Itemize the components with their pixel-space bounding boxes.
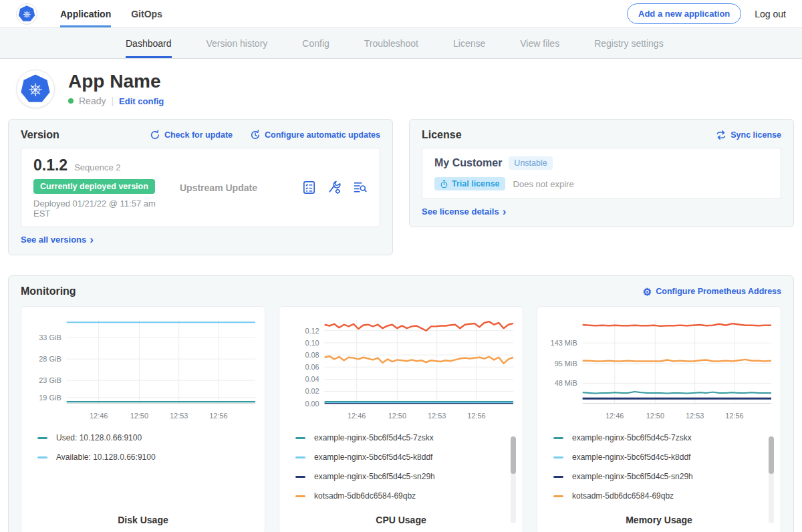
license-card: License Sync license My Customer Unstabl… <box>409 119 794 227</box>
monitoring-title: Monitoring <box>21 285 626 297</box>
legend-scrollbar-thumb[interactable] <box>769 436 774 474</box>
legend-swatch <box>295 437 305 439</box>
legend-swatch <box>37 437 47 439</box>
cpu-usage-chart-card: 12:4612:5012:5312:560.000.020.040.060.08… <box>279 306 523 532</box>
tab-gitops[interactable]: GitOps <box>131 0 162 27</box>
top-nav: ⎈ Application GitOps Add a new applicati… <box>0 0 802 28</box>
see-license-details-link[interactable]: See license details › <box>422 207 506 217</box>
legend-item: example-nginx-5bc6f5d4c5-k8ddf <box>553 453 775 461</box>
svg-text:12:46: 12:46 <box>348 412 366 420</box>
version-number: 0.1.2 <box>33 156 68 174</box>
preflight-checks-icon[interactable] <box>301 180 317 195</box>
release-type-label: Upstream Update <box>170 182 301 193</box>
current-version-row: 0.1.2 Sequence 2 Currently deployed vers… <box>21 148 380 227</box>
legend-item: example-nginx-5bc6f5d4c5-7zskx <box>295 434 517 442</box>
memory-usage-chart: 12:4612:5012:5312:5648 MiB95 MiB143 MiB <box>543 313 775 427</box>
legend-item: Used: 10.128.0.66:9100 <box>37 434 259 442</box>
svg-text:0.12: 0.12 <box>305 327 319 335</box>
add-application-button[interactable]: Add a new application <box>627 3 741 24</box>
svg-text:12:53: 12:53 <box>170 412 188 420</box>
svg-text:28 GiB: 28 GiB <box>39 355 61 363</box>
stopwatch-icon <box>440 180 448 188</box>
legend-scrollbar[interactable] <box>769 436 774 523</box>
svg-text:95 MiB: 95 MiB <box>555 360 577 368</box>
tab-troubleshoot[interactable]: Troubleshoot <box>364 28 418 58</box>
svg-text:12:53: 12:53 <box>428 412 446 420</box>
legend-scrollbar[interactable] <box>511 436 516 523</box>
svg-text:0.00: 0.00 <box>305 400 319 408</box>
svg-text:0.04: 0.04 <box>305 375 319 383</box>
tab-application[interactable]: Application <box>60 0 111 27</box>
legend-swatch <box>295 476 305 478</box>
version-card-title: Version <box>21 129 132 141</box>
divider: | <box>111 96 114 106</box>
license-summary: My Customer Unstable Trial license Does … <box>422 148 781 199</box>
check-for-update-link[interactable]: Check for update <box>150 130 233 140</box>
disk-usage-legend: Used: 10.128.0.66:9100 Available: 10.128… <box>37 434 259 461</box>
svg-text:19 GiB: 19 GiB <box>39 394 61 402</box>
chart-title: CPU Usage <box>279 515 523 525</box>
tab-registry-settings[interactable]: Registry settings <box>594 28 663 58</box>
tab-license[interactable]: License <box>453 28 485 58</box>
svg-text:12:56: 12:56 <box>467 412 485 420</box>
svg-text:12:46: 12:46 <box>90 412 108 420</box>
tab-view-files[interactable]: View files <box>520 28 559 58</box>
svg-text:12:50: 12:50 <box>646 412 664 420</box>
svg-text:33 GiB: 33 GiB <box>39 334 61 342</box>
topnav-spacer <box>162 0 627 27</box>
see-all-versions-link[interactable]: See all versions › <box>21 235 94 245</box>
edit-config-link[interactable]: Edit config <box>119 96 164 106</box>
legend-swatch <box>553 437 563 439</box>
tab-dashboard[interactable]: Dashboard <box>126 28 172 58</box>
deployed-timestamp: Deployed 01/21/22 @ 11:57 am EST <box>33 198 170 219</box>
customer-name: My Customer <box>434 157 502 169</box>
legend-item: example-nginx-5bc6f5d4c5-k8ddf <box>295 453 517 461</box>
refresh-icon <box>150 130 160 140</box>
svg-text:12:53: 12:53 <box>686 412 704 420</box>
configure-prometheus-link[interactable]: ⚙ Configure Prometheus Address <box>643 287 781 297</box>
auto-update-clock-icon <box>250 130 261 140</box>
svg-text:12:56: 12:56 <box>725 412 743 420</box>
legend-scrollbar-thumb[interactable] <box>511 436 516 474</box>
deploy-logs-icon[interactable] <box>352 180 368 195</box>
legend-item: example-nginx-5bc6f5d4c5-sn29h <box>295 473 517 481</box>
monitoring-section: Monitoring ⚙ Configure Prometheus Addres… <box>8 275 794 532</box>
cpu-usage-chart: 12:4612:5012:5312:560.000.020.040.060.08… <box>285 313 517 427</box>
app-header: ⎈ App Name Ready | Edit config <box>0 59 802 118</box>
app-avatar: ⎈ <box>16 70 55 108</box>
kubernetes-logo: ⎈ <box>16 3 37 25</box>
tab-config[interactable]: Config <box>302 28 329 58</box>
svg-text:23 GiB: 23 GiB <box>39 376 61 384</box>
status-dot <box>68 98 74 104</box>
legend-swatch <box>295 495 305 497</box>
disk-usage-chart: 12:4612:5012:5312:5619 GiB23 GiB28 GiB33… <box>27 313 259 427</box>
config-wrench-icon[interactable] <box>327 180 342 195</box>
kubernetes-helm-icon: ⎈ <box>18 5 35 23</box>
svg-text:0.06: 0.06 <box>305 363 319 371</box>
version-card: Version Check for update Configure autom… <box>8 119 393 255</box>
chart-title: Disk Usage <box>21 515 265 525</box>
legend-item: kotsadm-5db6dc6584-69qbz <box>295 492 517 500</box>
chevron-right-icon: › <box>503 207 507 217</box>
svg-text:12:46: 12:46 <box>606 412 624 420</box>
logout-button[interactable]: Log out <box>755 9 786 19</box>
legend-swatch <box>553 495 563 497</box>
kubernetes-helm-icon: ⎈ <box>20 74 51 104</box>
status-text: Ready <box>79 96 106 106</box>
license-card-title: License <box>422 129 698 141</box>
chevron-right-icon: › <box>90 235 94 245</box>
legend-item: Available: 10.128.0.66:9100 <box>37 453 259 461</box>
tab-version-history[interactable]: Version history <box>207 28 268 58</box>
configure-automatic-updates-link[interactable]: Configure automatic updates <box>250 130 380 140</box>
page-title: App Name <box>68 72 164 91</box>
topnav-tabs: Application GitOps <box>60 0 162 27</box>
app-subnav: Dashboard Version history Config Trouble… <box>0 28 802 59</box>
svg-text:0.08: 0.08 <box>305 351 319 359</box>
svg-text:12:56: 12:56 <box>209 412 227 420</box>
legend-swatch <box>553 476 563 478</box>
disk-usage-chart-card: 12:4612:5012:5312:5619 GiB23 GiB28 GiB33… <box>21 306 265 532</box>
sync-license-link[interactable]: Sync license <box>716 130 781 140</box>
gear-icon: ⚙ <box>643 287 652 297</box>
memory-usage-chart-card: 12:4612:5012:5312:5648 MiB95 MiB143 MiB … <box>537 306 781 532</box>
expiry-text: Does not expire <box>513 179 574 189</box>
